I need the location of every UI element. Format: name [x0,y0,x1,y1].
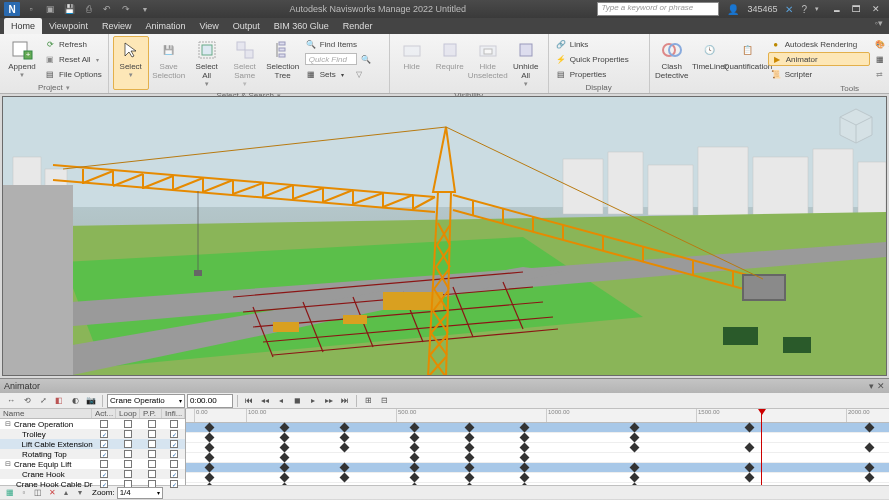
step-back-icon[interactable]: ◂◂ [258,394,272,408]
tree-row[interactable]: ·Lift Cable Extension✓✓ [0,439,185,449]
quantification-button[interactable]: 📋Quantification [730,36,766,83]
animator-timeline[interactable]: 0.00100.00500.001000.001500.002000.00 [186,409,889,485]
timeline-track[interactable] [186,473,889,483]
keyframe-icon[interactable] [630,423,640,433]
qat-print-icon[interactable]: ⎙ [81,2,95,16]
clash-detective-button[interactable]: Clash Detective [654,36,690,83]
keyframe-icon[interactable] [410,463,420,473]
zoom-selector[interactable]: 1/4▾ [117,487,163,499]
scene-selector[interactable]: Crane Operatio▾ [107,394,185,408]
keyframe-icon[interactable] [205,463,215,473]
keyframe-icon[interactable] [745,443,755,453]
ribbon-options-icon[interactable]: ◦▾ [875,18,889,34]
checkbox-pp[interactable] [148,460,156,468]
signin-icon[interactable]: 👤 [727,4,739,15]
keyframe-icon[interactable] [205,483,215,485]
checkbox-inf[interactable]: ✓ [170,450,178,458]
keyframe-icon[interactable] [410,453,420,463]
quick-properties-button[interactable]: ⚡Quick Properties [553,52,645,66]
step-fwd-icon[interactable]: ▸▸ [322,394,336,408]
keyframe-icon[interactable] [205,473,215,483]
keyframe-icon[interactable] [745,473,755,483]
keyframe-icon[interactable] [745,463,755,473]
tree-row[interactable]: ·Rotating Top✓✓ [0,449,185,459]
view-cube[interactable] [836,105,876,145]
unhide-all-button[interactable]: Unhide All▼ [508,36,544,90]
tree-row[interactable]: ⊟Crane Equip Lift [0,459,185,469]
keyframe-icon[interactable] [205,423,215,433]
keyframe-icon[interactable] [280,473,290,483]
keyframe-icon[interactable] [865,423,875,433]
keyframe-icon[interactable] [865,473,875,483]
checkbox-act[interactable]: ✓ [100,480,108,488]
keyframe-icon[interactable] [205,453,215,463]
keyframe-icon[interactable] [280,443,290,453]
capture-keyframe-icon[interactable]: 📷 [84,394,98,408]
keyframe-icon[interactable] [340,443,350,453]
append-button[interactable]: + Append ▼ [4,36,40,82]
keyframe-icon[interactable] [520,463,530,473]
keyframe-icon[interactable] [465,433,475,443]
color-tool-icon[interactable]: ◧ [52,394,66,408]
find-items-button[interactable]: 🔍Find Items [303,37,385,51]
move-up-icon[interactable]: ▴ [60,487,72,499]
forward-end-icon[interactable]: ⏭ [338,394,352,408]
checkbox-act[interactable] [100,420,108,428]
scripter-button[interactable]: 📜Scripter [768,67,870,81]
save-selection-button[interactable]: 💾 Save Selection [151,36,187,90]
keyframe-icon[interactable] [280,433,290,443]
keyframe-icon[interactable] [465,483,475,485]
keyframe-icon[interactable] [465,473,475,483]
checkbox-pp[interactable] [148,450,156,458]
timeline-track[interactable] [186,443,889,453]
appearance-profiler-button[interactable]: 🎨Appearance Profiler [872,37,889,51]
timeline-playhead[interactable] [761,409,762,485]
keyframe-icon[interactable] [340,433,350,443]
keyframe-icon[interactable] [340,423,350,433]
file-options-button[interactable]: ▤File Options [42,67,104,81]
col-inf[interactable]: Infi... [162,409,185,418]
keyframe-icon[interactable] [465,463,475,473]
hide-unselected-button[interactable]: Hide Unselected [470,36,506,90]
stop-icon[interactable]: ◼ [290,394,304,408]
quick-find-go-icon[interactable]: 🔍 [360,53,372,65]
checkbox-loop[interactable] [124,450,132,458]
quick-find-input[interactable]: Quick Find🔍 [303,52,385,66]
keyframe-icon[interactable] [865,463,875,473]
col-name[interactable]: Name [0,409,92,418]
checkbox-inf[interactable] [170,420,178,428]
keyframe-icon[interactable] [205,433,215,443]
col-loop[interactable]: Loop [116,409,140,418]
expand-icon[interactable]: ⊟ [4,460,12,468]
add-section-icon[interactable]: ◫ [32,487,44,499]
select-same-button[interactable]: Select Same ▼ [227,36,263,90]
properties-button[interactable]: ▤Properties [553,67,645,81]
checkbox-loop[interactable] [124,440,132,448]
snap-icon[interactable]: ⊞ [361,394,375,408]
checkbox-act[interactable]: ✓ [100,470,108,478]
qat-new-icon[interactable]: ▫ [24,2,38,16]
hide-button[interactable]: Hide [394,36,430,90]
qat-dropdown-icon[interactable]: ▼ [138,2,152,16]
add-camera-icon[interactable]: ▫ [18,487,30,499]
tab-output[interactable]: Output [226,18,267,34]
timeline-track[interactable] [186,453,889,463]
keyframe-icon[interactable] [410,483,420,485]
keyframe-icon[interactable] [520,433,530,443]
qat-save-icon[interactable]: 💾 [62,2,76,16]
keyframe-icon[interactable] [520,483,530,485]
keyframe-icon[interactable] [745,423,755,433]
checkbox-pp[interactable] [148,430,156,438]
keyframe-icon[interactable] [280,453,290,463]
checkbox-pp[interactable] [148,470,156,478]
keyframe-icon[interactable] [340,463,350,473]
keyframe-icon[interactable] [410,423,420,433]
keyframe-icon[interactable] [630,433,640,443]
3d-viewport[interactable] [2,96,887,376]
col-pp[interactable]: P.P. [140,409,162,418]
help-icon[interactable]: ? [801,4,807,15]
delete-icon[interactable]: ✕ [46,487,58,499]
keyframe-icon[interactable] [340,473,350,483]
timeline-track[interactable] [186,463,889,473]
tab-home[interactable]: Home [4,18,42,34]
